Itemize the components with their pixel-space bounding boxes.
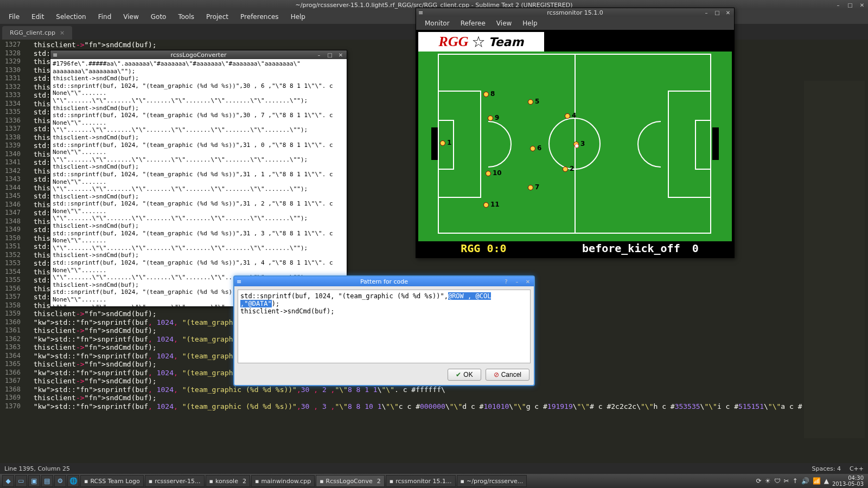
score-bar: RGG 0:0 before_kick_off 0 bbox=[418, 241, 732, 255]
menu-view[interactable]: View bbox=[491, 18, 517, 29]
pattern-title-bar[interactable]: ≡ Pattern for code ? – ✕ bbox=[234, 277, 534, 286]
goal-left bbox=[431, 127, 438, 160]
task-button[interactable]: ▪konsole2 bbox=[206, 475, 250, 487]
menu-file[interactable]: File bbox=[3, 11, 25, 23]
minimize-icon[interactable]: – bbox=[315, 51, 323, 59]
player-number: 11 bbox=[490, 201, 500, 208]
player-number: 5 bbox=[535, 98, 539, 105]
task-button[interactable]: ▪rcssserver-15... bbox=[145, 475, 205, 487]
player-11[interactable]: 11 bbox=[483, 202, 489, 208]
tray-icon[interactable]: ☀ bbox=[765, 477, 771, 485]
player-2[interactable]: 2 bbox=[563, 166, 568, 172]
game-state-text: before_kick_off bbox=[582, 242, 680, 255]
close-icon[interactable]: ✕ bbox=[858, 1, 866, 9]
logoconverter-title-bar[interactable]: ≡ rcssLogoConverter – □ ✕ bbox=[50, 50, 347, 59]
browser-icon[interactable]: 🌐 bbox=[67, 475, 79, 487]
ball[interactable] bbox=[575, 144, 579, 148]
app-launcher-icon[interactable]: ◆ bbox=[2, 475, 14, 487]
score-team-text: RGG 0:0 bbox=[461, 242, 506, 255]
pattern-title: Pattern for code bbox=[360, 278, 408, 285]
player-number: 8 bbox=[490, 90, 495, 98]
taskbar[interactable]: ◆ ▭ ▣ ▤ ⚙ 🌐 ▪RCSS Team Logo▪rcssserver-1… bbox=[0, 474, 868, 488]
volume-icon[interactable]: 🔊 bbox=[801, 477, 809, 485]
task-button[interactable]: ▪mainwindow.cpp bbox=[251, 475, 315, 487]
rcssmonitor-window[interactable]: ≡ rcssmonitor 15.1.0 – □ ✕ MonitorRefere… bbox=[416, 8, 735, 258]
tray-icon[interactable]: ✂ bbox=[784, 477, 789, 485]
minimize-icon[interactable]: – bbox=[513, 278, 521, 285]
menu-find[interactable]: Find bbox=[93, 11, 117, 23]
window-menu-icon[interactable]: ≡ bbox=[237, 278, 241, 285]
menu-edit[interactable]: Edit bbox=[26, 11, 49, 23]
system-tray[interactable]: ⟳ ☀ 🛡 ✂ ↑ 🔊 📶 ▲ 04:30 2013-05-03 bbox=[756, 475, 866, 487]
player-number: 1 bbox=[447, 139, 451, 146]
terminal-icon[interactable]: ▣ bbox=[28, 475, 40, 487]
editor-tab[interactable]: RGG_client.cpp × bbox=[2, 26, 72, 40]
menu-help[interactable]: Help bbox=[285, 11, 311, 23]
task-button[interactable]: ▪rcssmonitor 15.1... bbox=[386, 475, 456, 487]
player-7[interactable]: 7 bbox=[528, 185, 533, 190]
minimize-icon[interactable]: – bbox=[703, 9, 710, 16]
player-number: 4 bbox=[572, 112, 576, 119]
player-count-indicator: 11 bbox=[622, 43, 699, 52]
close-icon[interactable]: ✕ bbox=[724, 9, 732, 16]
player-number: 6 bbox=[537, 144, 541, 152]
maximize-icon[interactable]: □ bbox=[846, 1, 854, 9]
close-icon[interactable]: ✕ bbox=[524, 278, 532, 285]
tray-icon[interactable]: ▲ bbox=[824, 477, 829, 485]
tab-label: RGG_client.cpp bbox=[10, 29, 55, 36]
player-10[interactable]: 10 bbox=[486, 171, 491, 176]
minimap[interactable] bbox=[804, 81, 865, 438]
player-8[interactable]: 8 bbox=[483, 92, 489, 97]
player-4[interactable]: 4 bbox=[565, 113, 570, 119]
player-count-value: 11 bbox=[689, 43, 699, 52]
filemanager-icon[interactable]: ▭ bbox=[15, 475, 27, 487]
player-number: 2 bbox=[570, 165, 574, 172]
menu-tools[interactable]: Tools bbox=[173, 11, 200, 23]
menu-project[interactable]: Project bbox=[201, 11, 234, 23]
editor-icon[interactable]: ▤ bbox=[41, 475, 53, 487]
panel-clock[interactable]: 04:30 2013-05-03 bbox=[832, 475, 866, 487]
close-icon[interactable]: ✕ bbox=[337, 51, 344, 59]
status-bar: Line 1395, Column 25 Spaces: 4 C++ bbox=[0, 463, 868, 474]
status-language[interactable]: C++ bbox=[850, 465, 864, 472]
cancel-button[interactable]: ⊘ Cancel bbox=[486, 369, 529, 381]
menu-monitor[interactable]: Monitor bbox=[419, 18, 455, 29]
task-button[interactable]: ▪RcssLogoConve2 bbox=[316, 475, 385, 487]
player-5[interactable]: 5 bbox=[528, 99, 533, 105]
tray-icon[interactable]: ↑ bbox=[793, 477, 798, 485]
settings-icon[interactable]: ⚙ bbox=[54, 475, 66, 487]
ok-button[interactable]: ✔ OK bbox=[448, 369, 481, 381]
monitor-title-bar[interactable]: ≡ rcssmonitor 15.1.0 – □ ✕ bbox=[416, 8, 734, 17]
menu-view[interactable]: View bbox=[118, 11, 144, 23]
menu-referee[interactable]: Referee bbox=[455, 18, 491, 29]
goal-area-right bbox=[695, 120, 711, 170]
pattern-dialog[interactable]: ≡ Pattern for code ? – ✕ std::snprintf(b… bbox=[233, 275, 535, 386]
minimize-icon[interactable]: – bbox=[834, 1, 842, 9]
player-number: 9 bbox=[495, 114, 499, 121]
menu-help[interactable]: Help bbox=[517, 18, 542, 29]
logoconverter-text[interactable]: #1796fe\".#####aa\".aaaaaaa\"#aaaaaaa\"#… bbox=[50, 59, 347, 306]
logo-rgg-text: RGG bbox=[439, 34, 469, 50]
player-9[interactable]: 9 bbox=[488, 115, 493, 121]
help-icon[interactable]: ? bbox=[502, 278, 510, 285]
status-spaces[interactable]: Spaces: 4 bbox=[812, 465, 840, 472]
task-button[interactable]: ▪~/prog/rcssserve... bbox=[457, 475, 527, 487]
tray-icon[interactable]: 🛡 bbox=[774, 477, 781, 485]
task-button[interactable]: ▪RCSS Team Logo bbox=[80, 475, 144, 487]
player-1[interactable]: 1 bbox=[440, 140, 445, 146]
window-menu-icon[interactable]: ≡ bbox=[53, 52, 58, 59]
maximize-icon[interactable]: □ bbox=[326, 51, 334, 59]
logoconverter-window[interactable]: ≡ rcssLogoConverter – □ ✕ #1796fe\".####… bbox=[50, 50, 347, 307]
player-6[interactable]: 6 bbox=[530, 146, 535, 151]
field-viewport[interactable]: RGG ☆ Team 11 1234567891011 RGG 0:0 be bbox=[416, 30, 734, 258]
menu-preferences[interactable]: Preferences bbox=[235, 11, 284, 23]
check-icon: ✔ bbox=[456, 371, 461, 378]
menu-goto[interactable]: Goto bbox=[145, 11, 172, 23]
pattern-textarea[interactable]: std::snprintf(buf, 1024, "(team_graphic … bbox=[238, 290, 531, 363]
network-icon[interactable]: 📶 bbox=[813, 477, 821, 485]
tray-icon[interactable]: ⟳ bbox=[756, 477, 762, 485]
close-icon[interactable]: × bbox=[60, 29, 65, 36]
maximize-icon[interactable]: □ bbox=[713, 9, 721, 16]
menu-selection[interactable]: Selection bbox=[50, 11, 91, 23]
window-menu-icon[interactable]: ≡ bbox=[418, 9, 423, 16]
